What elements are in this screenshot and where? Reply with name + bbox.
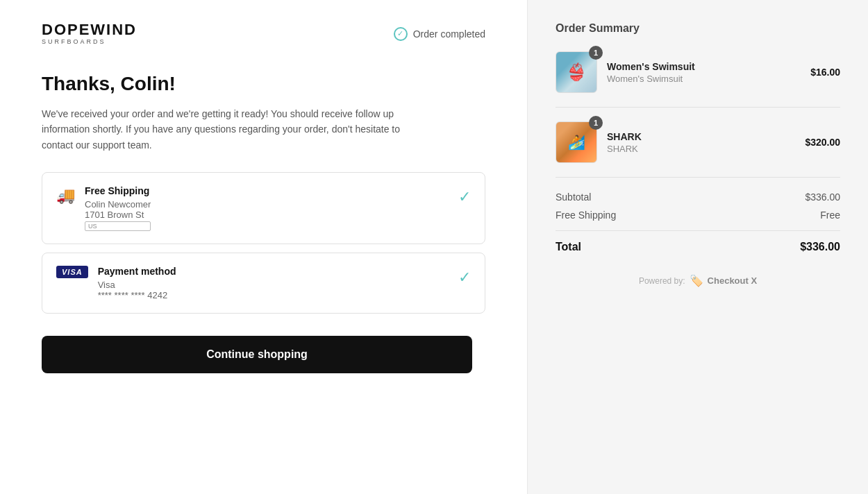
order-summary-title: Order Summary	[556, 22, 840, 35]
left-panel: DOPEWIND SURFBOARDS ✓ Order completed Th…	[0, 0, 528, 494]
subtotal-value: $336.00	[805, 191, 840, 203]
total-row: Total $336.00	[556, 230, 840, 253]
continue-shopping-button[interactable]: Continue shopping	[42, 336, 472, 373]
item-price: $320.00	[805, 137, 840, 148]
powered-by-brand: Checkout X	[708, 275, 758, 286]
item-name: SHARK	[607, 131, 642, 142]
shipping-address: 1701 Brown St	[85, 210, 151, 220]
total-label: Total	[556, 241, 581, 253]
item-name: Women's Swimsuit	[607, 61, 695, 72]
brand-name: DOPEWIND	[42, 22, 137, 37]
order-status-label: Order completed	[413, 28, 485, 40]
shipping-card-left: 🚚 Free Shipping Colin Newcomer 1701 Brow…	[56, 185, 151, 231]
order-complete-icon: ✓	[394, 27, 408, 41]
shipping-card: 🚚 Free Shipping Colin Newcomer 1701 Brow…	[42, 172, 485, 244]
shipping-check-icon: ✓	[458, 188, 471, 206]
item-image-wrap: 👙 1	[556, 51, 597, 93]
item-info: Women's Swimsuit Women's Swimsuit	[607, 61, 695, 84]
subtotal-row: Subtotal $336.00	[556, 191, 840, 203]
shipping-label: Free Shipping	[556, 210, 616, 221]
item-image-wrap: 🏄 1	[556, 121, 597, 163]
shipping-value: Free	[820, 210, 840, 221]
country-badge: US	[85, 221, 151, 231]
payment-card-type: Visa	[98, 280, 176, 290]
truck-icon: 🚚	[56, 187, 75, 205]
page-title: Thanks, Colin!	[42, 73, 485, 95]
payment-title: Payment method	[98, 266, 176, 277]
payment-card: VISA Payment method Visa **** **** **** …	[42, 253, 485, 314]
order-item-left: 🏄 1 SHARK SHARK	[556, 121, 642, 163]
shipping-title: Free Shipping	[85, 185, 151, 196]
order-status: ✓ Order completed	[394, 27, 485, 41]
powered-by-label: Powered by:	[639, 276, 685, 286]
payment-check-icon: ✓	[458, 269, 471, 287]
item-price: $16.00	[810, 67, 840, 78]
item-quantity-badge: 1	[589, 46, 603, 60]
brand-logo: DOPEWIND SURFBOARDS	[42, 22, 137, 45]
checkout-icon: 🏷️	[690, 274, 703, 287]
subtotal-label: Subtotal	[556, 191, 591, 203]
item-info: SHARK SHARK	[607, 131, 642, 154]
payment-details: Payment method Visa **** **** **** 4242	[98, 266, 176, 300]
header: DOPEWIND SURFBOARDS ✓ Order completed	[42, 22, 485, 45]
total-value: $336.00	[800, 241, 840, 253]
order-summary-panel: Order Summary 👙 1 Women's Swimsuit Women…	[528, 0, 868, 494]
powered-by: Powered by: 🏷️ Checkout X	[556, 274, 840, 287]
item-subtitle: Women's Swimsuit	[607, 74, 695, 84]
item-quantity-badge: 1	[589, 116, 603, 130]
visa-logo: VISA	[56, 266, 88, 278]
order-item: 🏄 1 SHARK SHARK $320.00	[556, 121, 840, 178]
confirmation-message: We've received your order and we're gett…	[42, 106, 417, 153]
item-subtitle: SHARK	[607, 144, 642, 154]
payment-masked-number: **** **** **** 4242	[98, 290, 176, 300]
shipping-row: Free Shipping Free	[556, 210, 840, 221]
shipping-name: Colin Newcomer	[85, 199, 151, 210]
shipping-details: Free Shipping Colin Newcomer 1701 Brown …	[85, 185, 151, 231]
brand-subtitle: SURFBOARDS	[42, 39, 137, 45]
order-item: 👙 1 Women's Swimsuit Women's Swimsuit $1…	[556, 51, 840, 108]
payment-card-left: VISA Payment method Visa **** **** **** …	[56, 266, 176, 300]
order-item-left: 👙 1 Women's Swimsuit Women's Swimsuit	[556, 51, 695, 93]
